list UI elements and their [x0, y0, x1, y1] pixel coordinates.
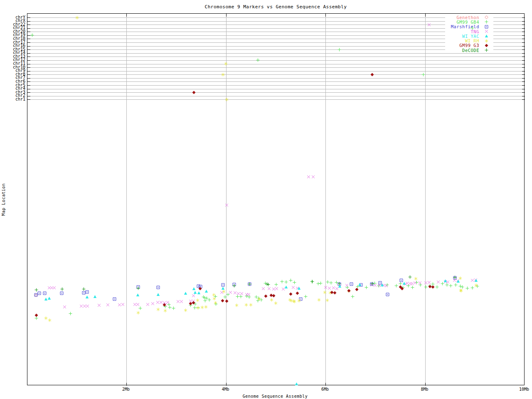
point-gm99-gb4	[274, 283, 278, 286]
point-gm99-g3	[225, 299, 229, 303]
point-wi-rh	[212, 293, 216, 297]
point-gm99-gb4	[365, 286, 368, 289]
point-tng	[180, 300, 183, 303]
point-wi-rh	[317, 298, 321, 302]
point-marshfield	[85, 290, 89, 294]
point-marshfield	[350, 282, 353, 286]
point-gm99-gb4	[280, 280, 284, 283]
point-gm99-gb4	[470, 26, 474, 30]
point-gm99-gb4	[454, 283, 458, 287]
x-axis-tick-6mb: 6Mb	[315, 387, 335, 392]
point-gm99-g3	[289, 292, 293, 296]
point-gm99-gb4	[30, 33, 34, 37]
point-gm99-g3	[370, 73, 374, 76]
point-wi-yac	[380, 283, 384, 287]
point-marshfield	[37, 291, 41, 295]
point-gm99-g3	[355, 288, 359, 291]
point-decode	[310, 280, 314, 283]
x-axis-tick-10mb: 10Mb	[514, 387, 532, 392]
point-tng	[106, 303, 110, 307]
point-tng	[427, 23, 431, 27]
x-axis-tick-8mb: 8Mb	[415, 387, 435, 392]
point-wi-rh	[293, 300, 296, 303]
point-gm99-gb4	[256, 58, 260, 62]
point-gm99-g3	[333, 291, 337, 295]
point-wi-yac	[193, 291, 197, 294]
y-axis-labels: chrYchrXchr22chr21chr20chr19chr18chr17ch…	[0, 13, 25, 105]
point-tng	[324, 286, 328, 289]
point-wi-rh	[196, 306, 200, 310]
point-gm99-gb4	[351, 295, 355, 298]
point-wi-rh	[222, 290, 226, 293]
point-tng	[192, 294, 195, 298]
point-wi-yac	[136, 293, 140, 297]
point-wi-rh	[458, 276, 462, 280]
point-wi-yac	[284, 285, 288, 289]
point-wi-rh	[235, 303, 239, 307]
point-gm99-g3	[192, 91, 196, 94]
point-wi-yac	[402, 281, 406, 285]
point-wi-rh	[224, 62, 228, 66]
point-wi-rh	[163, 309, 167, 313]
point-gm99-gb4	[284, 280, 288, 284]
point-wi-yac	[295, 382, 298, 386]
chart-canvas: Chromosome 9 Markers vs Genome Sequence …	[0, 0, 532, 399]
x-axis-title: Genome Sequence Assembly	[213, 394, 337, 399]
point-gm99-gb4	[466, 286, 469, 290]
point-wi-yac	[297, 286, 301, 290]
point-gm99-gb4	[289, 278, 293, 282]
point-tng	[229, 291, 232, 294]
point-gm99-gb4	[470, 286, 474, 290]
point-gm99-g3	[264, 294, 268, 298]
point-tng	[345, 283, 349, 287]
point-wi-yac	[204, 289, 208, 293]
point-gm99-g3	[431, 285, 435, 289]
point-wi-rh	[474, 283, 478, 287]
x-axis-tick-labels: 2Mb4Mb6Mb8Mb10Mb	[0, 387, 532, 393]
plot-area	[27, 13, 525, 385]
point-wi-yac	[85, 295, 89, 299]
point-marshfield	[34, 293, 38, 297]
point-tng	[384, 284, 388, 288]
point-tng	[427, 281, 431, 284]
point-tng	[307, 175, 310, 179]
point-wi-rh	[244, 303, 248, 307]
point-gm99-g3	[198, 287, 202, 291]
point-wi-rh	[257, 297, 261, 301]
point-tng	[136, 303, 140, 306]
point-decode	[82, 287, 86, 291]
point-gm99-g3	[192, 301, 195, 305]
point-tng	[267, 287, 271, 291]
point-wi-yac	[47, 296, 51, 300]
point-wi-rh	[225, 98, 229, 101]
point-tng	[413, 281, 417, 285]
point-marshfield	[156, 286, 160, 289]
point-gm99-g3	[272, 294, 276, 298]
point-decode	[248, 282, 251, 286]
y-axis-label-chr1: chr1	[0, 97, 25, 101]
point-tng	[247, 293, 251, 296]
point-gm99-gb4	[329, 281, 333, 285]
point-gm99-g3	[296, 291, 299, 295]
point-tng	[225, 203, 229, 207]
point-wi-rh	[221, 73, 225, 76]
point-tng	[328, 286, 331, 290]
point-tng	[121, 303, 125, 306]
point-gm99-g3	[34, 313, 38, 317]
point-tng	[240, 292, 244, 296]
point-gm99-gb4	[138, 306, 142, 310]
point-wi-rh	[323, 291, 327, 294]
point-wi-rh	[325, 298, 329, 302]
point-wi-yac	[474, 278, 478, 282]
scatter-points	[27, 14, 525, 386]
point-wi-yac	[443, 279, 447, 283]
point-decode	[60, 287, 64, 291]
point-tng	[151, 302, 155, 305]
point-wi-rh	[459, 289, 463, 293]
point-gm99-g3	[221, 299, 224, 303]
point-decode	[266, 283, 270, 286]
point-gm99-gb4	[207, 298, 211, 302]
point-wi-yac	[93, 295, 97, 298]
point-gm99-g3	[400, 287, 404, 291]
point-gm99-gb4	[293, 281, 296, 284]
